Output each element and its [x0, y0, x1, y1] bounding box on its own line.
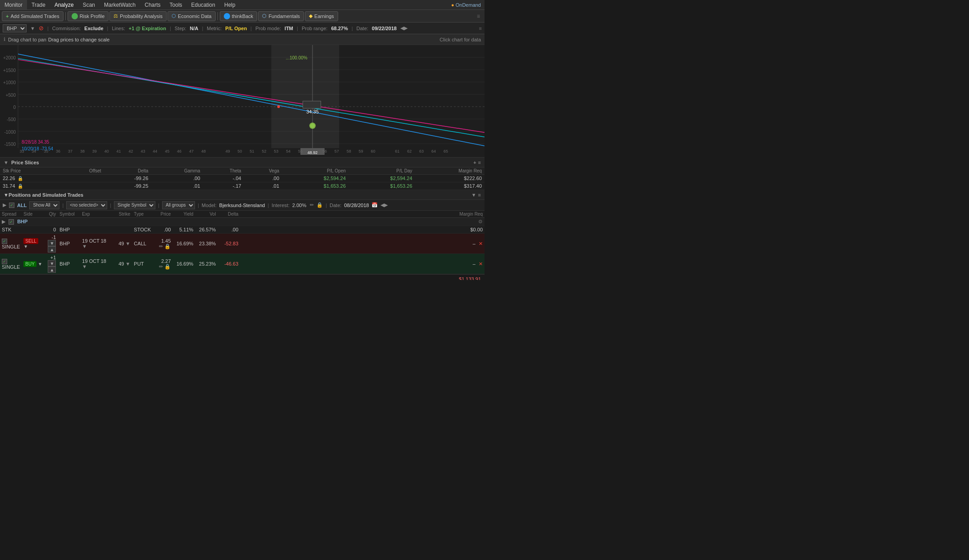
qty-up-buy[interactable]: ▲	[48, 266, 56, 273]
sell-dropdown[interactable]: ▼	[23, 244, 28, 249]
vega-1: .00	[244, 175, 282, 182]
price-edit[interactable]: ✏	[159, 244, 163, 249]
price-stk: .00	[154, 226, 172, 234]
strike-dropdown[interactable]: ▼	[125, 241, 130, 246]
strike-dropdown-buy[interactable]: ▼	[125, 261, 130, 266]
add-simulated-button[interactable]: + Add Simulated Trades	[2, 11, 63, 21]
all-checkbox[interactable]	[9, 203, 14, 208]
svg-text:64: 64	[431, 149, 436, 154]
settings2-icon[interactable]: ≡	[479, 26, 482, 31]
date-value-pos[interactable]: 08/28/2018	[344, 203, 369, 208]
price-edit-buy[interactable]: ✏	[159, 264, 163, 269]
prob-range-value[interactable]: 68.27%	[331, 26, 348, 31]
symbol-mode-select[interactable]: Single Symbol	[114, 201, 155, 209]
exp-dropdown-buy[interactable]: ▼	[82, 264, 87, 269]
price-slices-title: Price Slices	[11, 160, 39, 165]
buy-dropdown[interactable]: ▼	[38, 262, 42, 266]
col-pl-day: P/L Day	[349, 167, 415, 175]
date-arrows-pos[interactable]: ◀▶	[380, 202, 388, 208]
col-qty: Qty	[44, 211, 58, 218]
strike-stk	[112, 226, 132, 234]
qty-up[interactable]: ▲	[48, 246, 56, 253]
svg-text:-1500: -1500	[4, 142, 16, 147]
thinkback-button[interactable]: thinkBack	[220, 11, 258, 21]
positions-table: Spread Side Qty Symbol Exp Strike Type P…	[0, 211, 484, 274]
exp-sell: 19 OCT 18 ▼	[80, 234, 112, 254]
step-label: Step:	[175, 26, 186, 31]
menu-trade[interactable]: Trade	[27, 0, 50, 9]
interest-edit[interactable]: ✏	[310, 202, 314, 208]
menu-analyze[interactable]: Analyze	[50, 0, 78, 9]
bhp-checkbox[interactable]	[9, 219, 14, 225]
menu-monitor[interactable]: Monitor	[0, 0, 27, 9]
date-arrows[interactable]: ◀▶	[400, 25, 408, 31]
lines-value[interactable]: +1 @ Expiration	[129, 26, 166, 31]
settings-icon[interactable]: ≡	[474, 13, 483, 19]
gamma-1: .00	[151, 175, 203, 182]
risk-profile-button[interactable]: Risk Profile	[68, 11, 109, 21]
price-slices-toggle[interactable]: ▼	[4, 160, 9, 165]
buy-checkbox[interactable]	[2, 259, 7, 264]
sep-4: |	[198, 203, 199, 208]
svg-text:54: 54	[286, 149, 290, 154]
lock-icon-1[interactable]: 🔒	[18, 176, 23, 181]
sep2: |	[107, 26, 109, 31]
price-slices-add[interactable]: +	[473, 160, 476, 165]
lock-icon-2[interactable]: 🔒	[18, 184, 23, 189]
date-value[interactable]: 09/22/2018	[372, 26, 397, 31]
metric-value[interactable]: P/L Open	[225, 26, 247, 31]
sep-1: |	[62, 203, 63, 208]
menu-education[interactable]: Education	[187, 0, 220, 9]
positions-dropdown[interactable]: ▼	[471, 192, 476, 198]
economic-data-button[interactable]: ⬡ Economic Data	[168, 11, 216, 21]
menu-scan[interactable]: Scan	[78, 0, 100, 9]
groups-select[interactable]: All groups	[162, 201, 195, 209]
exp-dropdown[interactable]: ▼	[82, 244, 87, 249]
fundamentals-button[interactable]: ⬡ Fundamentals	[258, 11, 304, 21]
prob-range-label: Prob range:	[302, 26, 327, 31]
symbol-dropdown-icon[interactable]: ▼	[30, 26, 35, 31]
toolbar: + Add Simulated Trades Risk Profile ⚖ Pr…	[0, 10, 484, 23]
svg-point-14	[277, 105, 280, 108]
price-slices-menu[interactable]: ≡	[478, 160, 481, 165]
remove-sell[interactable]: ✕	[479, 241, 483, 246]
col-delta-pos: Delta	[217, 211, 240, 218]
commission-value[interactable]: Exclude	[84, 26, 103, 31]
menu-marketwatch[interactable]: MarketWatch	[100, 0, 140, 9]
selected-select[interactable]: <no selected>	[66, 201, 107, 209]
positions-menu[interactable]: ≡	[478, 192, 481, 198]
expand-icon[interactable]: ▶	[3, 202, 6, 208]
gear-icon[interactable]: ⚙	[478, 219, 483, 225]
bhp-toggle[interactable]: ▶	[2, 219, 5, 224]
offset-1	[62, 175, 104, 182]
chart-area[interactable]: 34.35 ...100.00% +2000 +1500 +1000 +500 …	[0, 45, 484, 158]
model-value[interactable]: Bjerksund-Stensland	[219, 203, 265, 208]
price-lock[interactable]: 🔒	[164, 244, 171, 249]
date-cal-icon[interactable]: 📅	[371, 202, 378, 208]
lock-icon-pos[interactable]: 🔒	[317, 202, 323, 208]
thinkback-icon	[224, 13, 230, 19]
svg-text:58: 58	[347, 149, 351, 154]
info-bar: ℹ Drag chart to pan Drag prices to chang…	[0, 34, 484, 45]
qty-down[interactable]: ▼	[48, 240, 56, 246]
svg-text:45: 45	[165, 149, 169, 154]
menu-tools[interactable]: Tools	[165, 0, 187, 9]
prob-mode-label: Prob mode:	[255, 26, 281, 31]
earnings-button[interactable]: ◆ Earnings	[305, 11, 338, 21]
metric-label: Metric:	[207, 26, 222, 31]
options-bar: BHP ▼ ⊘ | Commission: Exclude | Lines: +…	[0, 23, 484, 34]
probability-button[interactable]: ⚖ Probability Analysis	[109, 11, 167, 21]
price-lock-buy[interactable]: 🔒	[164, 264, 171, 269]
svg-text:39: 39	[92, 149, 97, 154]
remove-buy[interactable]: ✕	[479, 261, 483, 266]
sell-checkbox[interactable]	[2, 239, 7, 244]
warning-icon: ⊘	[39, 25, 44, 32]
symbol-selector[interactable]: BHP	[3, 24, 27, 32]
menu-charts[interactable]: Charts	[140, 0, 165, 9]
show-all-select[interactable]: Show All	[29, 201, 59, 209]
menu-help[interactable]: Help	[220, 0, 240, 9]
svg-text:59: 59	[359, 149, 363, 154]
positions-toggle[interactable]: ▼	[4, 192, 9, 198]
qty-down-buy[interactable]: ▼	[48, 260, 56, 266]
sep1: |	[47, 26, 49, 31]
